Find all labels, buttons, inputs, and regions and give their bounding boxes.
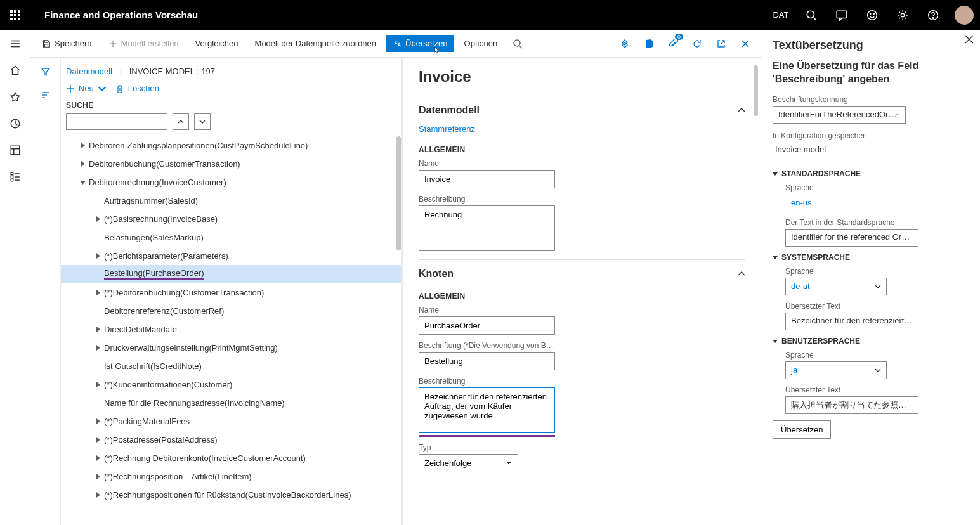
tree-node[interactable]: (*)Berichtsparameter(Parameters) — [61, 247, 401, 265]
topbar: Finance and Operations Vorschau DAT — [0, 0, 980, 30]
tree-node[interactable]: Druckverwaltungseinstellung(PrintMgmtSet… — [61, 339, 401, 357]
svg-rect-11 — [837, 11, 847, 18]
waffle-icon[interactable] — [0, 0, 30, 30]
new-button[interactable]: Neu — [66, 84, 107, 93]
search-icon[interactable] — [796, 0, 826, 30]
std-lang-value[interactable]: en-us — [785, 194, 887, 212]
svg-rect-25 — [11, 172, 13, 174]
tree-node[interactable]: Debitorenrechnung(InvoiceCustomer) — [61, 173, 401, 191]
smile-icon[interactable] — [857, 0, 887, 30]
tree-node[interactable]: (*)Debitorenbuchung(CustomerTransaction) — [61, 283, 401, 302]
sys-lang-select[interactable]: de-at — [785, 278, 887, 295]
node-name-field[interactable] — [419, 316, 555, 335]
std-lang-header[interactable]: STANDARDSPRACHE — [773, 169, 969, 178]
tree-node[interactable]: (*)Rechnungsposition – Artikel(LineItem) — [61, 467, 401, 486]
chevron-icon — [91, 418, 104, 424]
clock-icon[interactable] — [8, 116, 23, 131]
close-cmd-icon[interactable] — [735, 34, 755, 54]
translate-button[interactable]: Übersetzen — [386, 35, 454, 52]
tree: Debitoren-Zahlungsplanpositionen(CustPay… — [61, 136, 401, 525]
popout-icon[interactable] — [711, 34, 731, 54]
node-desc-field[interactable]: Bezeichner für den referenzierten Auftra… — [419, 387, 555, 433]
tree-node[interactable]: Debitoren-Zahlungsplanpositionen(CustPay… — [61, 136, 401, 155]
svg-rect-0 — [10, 10, 13, 13]
tree-node[interactable]: Debitorenreferenz(CustomerRef) — [61, 302, 401, 320]
search-up-button[interactable] — [173, 113, 189, 130]
crumb-root[interactable]: Datenmodell — [66, 67, 112, 76]
diamond-icon[interactable] — [615, 34, 635, 54]
node-caption-field[interactable] — [419, 352, 555, 370]
tree-node[interactable]: Bestellung(PurchaseOrder) — [61, 265, 401, 283]
tree-scrollbar[interactable] — [396, 136, 401, 250]
svg-point-17 — [932, 17, 934, 18]
name-field[interactable] — [419, 170, 555, 188]
tree-node[interactable]: (*)Rechnung Debitorenkonto(InvoiceCustom… — [61, 449, 401, 467]
search-down-button[interactable] — [194, 113, 211, 130]
node-type-select[interactable]: Zeichenfolge — [419, 454, 518, 472]
tree-node[interactable]: Debitorenbuchung(CustomerTransaction) — [61, 155, 401, 173]
std-text-value[interactable]: Identifier for the referenced Or… — [785, 229, 918, 247]
tree-node[interactable]: (*)Postadresse(PostalAddress) — [61, 431, 401, 449]
sort-icon[interactable] — [41, 90, 51, 102]
tree-node[interactable]: DirectDebitMandate — [61, 320, 401, 339]
tree-node[interactable]: (*)Kundeninformationen(Customer) — [61, 375, 401, 394]
detail-scrollbar[interactable] — [754, 65, 758, 116]
chevron-icon — [91, 437, 104, 443]
map-datasource-button[interactable]: Modell der Datenquelle zuordnen — [249, 35, 383, 52]
sys-text-value[interactable]: Bezeichner für den referenzierte… — [785, 313, 918, 330]
star-icon[interactable] — [8, 89, 23, 105]
chevron-icon — [76, 179, 89, 185]
tree-node[interactable]: Name für die Rechnungsadresse(InvoicingN… — [61, 394, 401, 412]
datamodel-section-header[interactable]: Datenmodell — [419, 96, 745, 124]
desc-label: Beschreibung — [419, 195, 745, 204]
company-code[interactable]: DAT — [766, 0, 796, 30]
command-bar: Speichern Modell erstellen Vergleichen M… — [30, 30, 761, 58]
node-section-header[interactable]: Knoten — [419, 260, 745, 288]
filter-icon[interactable] — [41, 67, 51, 79]
tree-node[interactable]: (*)Rechnungspositionen für Rückstand(Cus… — [61, 486, 401, 504]
avatar[interactable] — [955, 6, 974, 25]
chevron-icon — [91, 216, 104, 222]
tree-node[interactable]: (*)PackingMaterialFees — [61, 412, 401, 431]
create-model-button[interactable]: Modell erstellen — [102, 35, 185, 52]
tree-node[interactable]: Ist Gutschrift(IsCreditNote) — [61, 357, 401, 375]
save-button[interactable]: Speichern — [36, 35, 98, 52]
refresh-icon[interactable] — [687, 34, 707, 54]
label-id-select[interactable]: IdentifierForTheReferencedOr… — [773, 106, 906, 124]
label-id-label: Beschriftungskennung — [773, 95, 969, 104]
tree-node-label: (*)Berichtsparameter(Parameters) — [104, 251, 228, 261]
panel-title: Textübersetzung — [773, 39, 969, 52]
svg-point-9 — [807, 11, 814, 18]
tree-node[interactable]: (*)Basisrechnung(InvoiceBase) — [61, 210, 401, 228]
desc-field[interactable]: Rechnung — [419, 205, 555, 251]
user-lang-header[interactable]: BENUTZERSPRACHE — [773, 337, 969, 346]
translate-action-button[interactable]: Übersetzen — [773, 420, 831, 439]
delete-button[interactable]: Löschen — [115, 84, 159, 93]
tree-node[interactable]: Belastungen(SalesMarkup) — [61, 228, 401, 247]
compare-button[interactable]: Vergleichen — [189, 35, 245, 52]
list-icon[interactable] — [8, 169, 23, 185]
options-button[interactable]: Optionen — [458, 35, 504, 52]
user-text-value[interactable]: 購入担当者が割り当てた参照オ… — [785, 396, 918, 414]
root-reference-link[interactable]: Stammreferenz — [419, 124, 745, 141]
svg-point-33 — [514, 40, 520, 46]
caret-down-icon — [773, 255, 778, 260]
messages-icon[interactable] — [826, 0, 857, 30]
svg-rect-6 — [10, 18, 13, 20]
office-icon[interactable] — [639, 34, 659, 54]
sys-lang-header[interactable]: SYSTEMSPRACHE — [773, 253, 969, 262]
tree-node[interactable]: Auftragsnummer(SalesId) — [61, 191, 401, 210]
search-cmd-icon[interactable] — [507, 34, 528, 54]
gear-icon[interactable] — [887, 0, 918, 30]
chevron-down-icon — [896, 112, 900, 118]
user-lang-select[interactable]: ja — [785, 361, 887, 379]
close-panel-icon[interactable] — [965, 35, 974, 46]
help-icon[interactable] — [918, 0, 948, 30]
home-icon[interactable] — [8, 63, 23, 78]
breadcrumb: Datenmodell | INVOICE MODEL : 197 — [61, 58, 401, 80]
hamburger-icon[interactable] — [8, 36, 23, 51]
search-input[interactable] — [66, 113, 167, 130]
attachment-icon[interactable]: 0 — [663, 34, 683, 54]
chevron-icon — [91, 327, 104, 332]
workspace-icon[interactable] — [8, 143, 23, 158]
